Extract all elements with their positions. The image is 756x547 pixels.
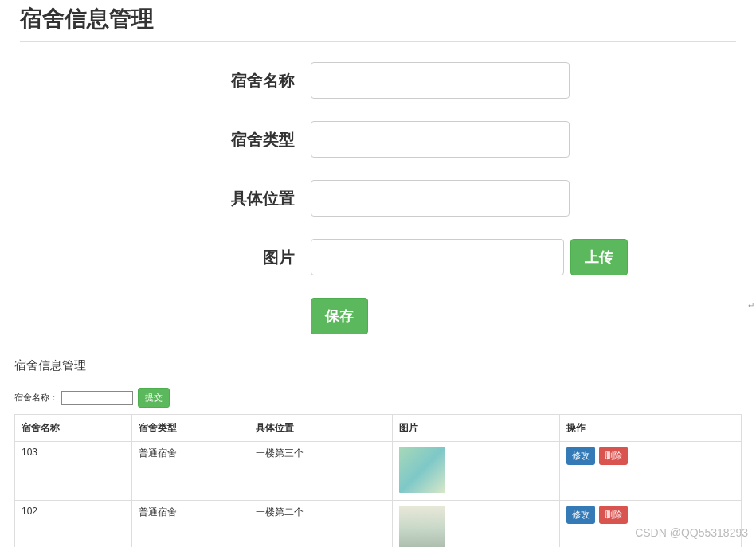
cell-type: 普通宿舍 [132,442,249,501]
cell-location: 一楼第二个 [249,501,393,548]
cell-name: 102 [15,501,132,548]
edit-button[interactable]: 修改 [566,506,595,524]
dorm-name-label: 宿舍名称 [20,70,311,92]
search-submit-button[interactable]: 提交 [138,388,170,408]
list-title: 宿舍信息管理 [14,358,742,373]
dorm-location-label: 具体位置 [20,188,311,209]
th-location: 具体位置 [249,415,393,442]
cell-action: 修改 删除 [560,501,742,548]
dorm-location-input[interactable] [311,180,570,217]
th-image: 图片 [393,415,560,442]
divider [20,41,736,42]
search-input[interactable] [61,391,133,405]
form-row-type: 宿舍类型 [20,121,736,158]
cell-name: 103 [15,442,132,501]
form-row-save: 保存 [20,298,736,334]
upload-button[interactable]: 上传 [570,239,628,275]
search-row: 宿舍名称： 提交 [14,388,742,408]
dorm-table: 宿舍名称 宿舍类型 具体位置 图片 操作 103 普通宿舍 一楼第三个 修改 删… [14,414,742,547]
form-row-image: 图片 上传 [20,239,736,275]
save-button[interactable]: 保存 [311,298,368,334]
cell-action: 修改 删除 [560,442,742,501]
dorm-image-thumb [399,506,445,547]
cell-image [393,501,560,548]
dorm-image-thumb [399,447,445,493]
edit-button[interactable]: 修改 [566,447,595,465]
search-label: 宿舍名称： [14,392,58,404]
return-char-icon: ↵ [748,301,754,310]
cell-type: 普通宿舍 [132,501,249,548]
dorm-type-label: 宿舍类型 [20,129,311,150]
dorm-image-input[interactable] [311,239,564,275]
dorm-type-input[interactable] [311,121,570,158]
delete-button[interactable]: 删除 [599,447,628,465]
dorm-name-input[interactable] [311,62,570,99]
th-type: 宿舍类型 [132,415,249,442]
table-row: 102 普通宿舍 一楼第二个 修改 删除 [15,501,742,548]
cell-location: 一楼第三个 [249,442,393,501]
watermark: CSDN @QQ55318293 [635,526,748,539]
table-row: 103 普通宿舍 一楼第三个 修改 删除 [15,442,742,501]
th-name: 宿舍名称 [15,415,132,442]
form-row-name: 宿舍名称 [20,62,736,99]
dorm-image-label: 图片 [20,247,311,268]
page-title: 宿舍信息管理 [20,0,736,41]
form-row-location: 具体位置 [20,180,736,217]
cell-image [393,442,560,501]
delete-button[interactable]: 删除 [599,506,628,524]
th-action: 操作 [560,415,742,442]
table-header-row: 宿舍名称 宿舍类型 具体位置 图片 操作 [15,415,742,442]
